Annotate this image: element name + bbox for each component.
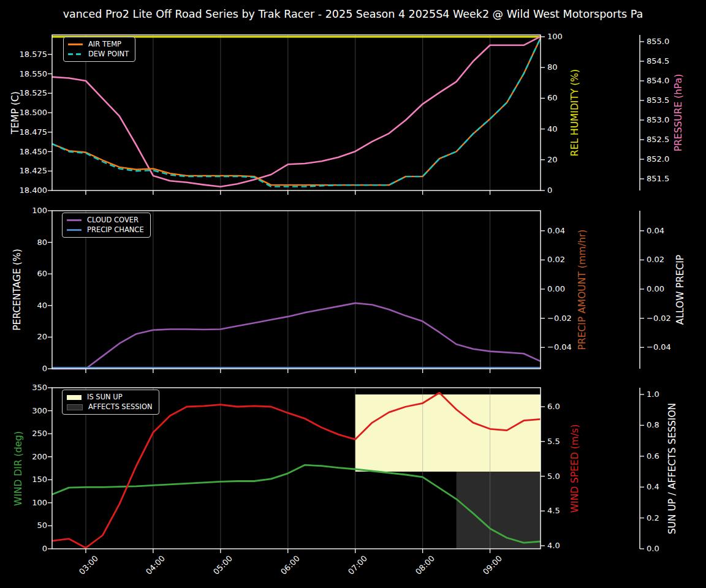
legend-temp: AIR TEMP DEW POINT xyxy=(63,37,135,62)
legend-percentage: CLOUD COVER PRECIP CHANCE xyxy=(62,213,151,238)
legend-item: AIR TEMP xyxy=(68,40,129,48)
air-temp-line-swatch xyxy=(68,43,83,45)
y-axis-label-humidity: REL HUMIDITY (%) xyxy=(569,69,580,156)
y-axis-label-wind-speed: WIND SPEED (m/s) xyxy=(569,424,580,513)
legend-item: CLOUD COVER xyxy=(67,216,144,224)
chart-canvas xyxy=(0,0,706,588)
cloud-cover-line xyxy=(52,303,541,369)
legend-label: AIR TEMP xyxy=(88,40,121,48)
legend-item: DEW POINT xyxy=(68,50,129,58)
weather-forecast-dashboard: vanced Pro2 Lite Off Road Series by Trak… xyxy=(0,0,706,588)
legend-label: CLOUD COVER xyxy=(87,216,139,224)
y-axis-label-pressure: PRESSURE (hPa) xyxy=(673,74,684,152)
legend-label: AFFECTS SESSION xyxy=(88,403,153,411)
cloud-cover-line-swatch xyxy=(67,219,82,221)
is-sun-up-region xyxy=(355,394,541,472)
y-axis-label-allow-precip: ALLOW PRECIP xyxy=(675,255,686,325)
legend-wind: IS SUN UP AFFECTS SESSION xyxy=(62,390,159,415)
sun-up-patch-swatch xyxy=(67,395,82,400)
y-axis-label-precip-amount: PRECIP AMOUNT (mm/hr) xyxy=(577,230,588,350)
dew-point-line-swatch xyxy=(68,53,83,55)
legend-label: PRECIP CHANCE xyxy=(87,226,144,234)
precip-chance-line-swatch xyxy=(67,229,82,231)
legend-label: DEW POINT xyxy=(88,50,129,58)
legend-label: IS SUN UP xyxy=(87,393,123,401)
legend-item: AFFECTS SESSION xyxy=(67,403,153,411)
y-axis-label-wind-dir: WIND DIR (deg) xyxy=(13,431,24,506)
y-axis-label-sun-up: SUN UP / AFFECTS SESSION xyxy=(667,403,678,534)
affects-session-patch-swatch xyxy=(67,404,83,410)
y-axis-label-temp: TEMP (C) xyxy=(10,91,21,134)
legend-item: IS SUN UP xyxy=(67,393,153,401)
y-axis-label-percentage: PERCENTAGE (%) xyxy=(12,249,23,331)
legend-item: PRECIP CHANCE xyxy=(67,226,144,234)
